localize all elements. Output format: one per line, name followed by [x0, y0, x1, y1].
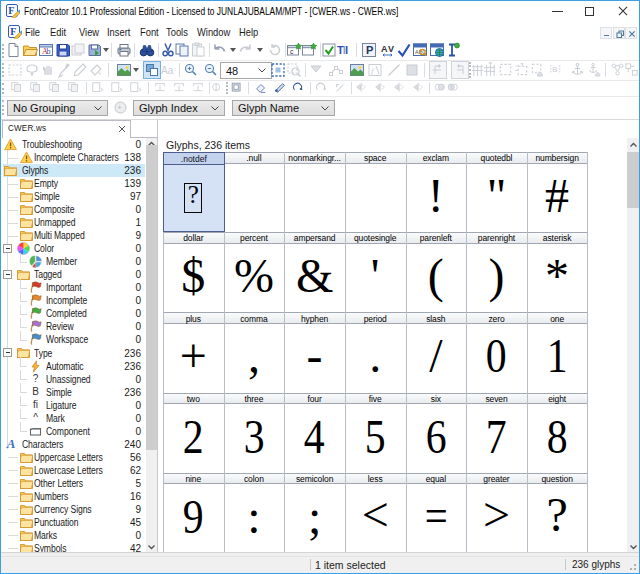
svg-text:T: T — [337, 44, 344, 56]
svg-text:V: V — [388, 44, 394, 54]
svg-text:Aa: Aa — [161, 65, 174, 76]
svg-text:B: B — [552, 65, 557, 74]
svg-text:T: T — [521, 63, 524, 68]
svg-text:c: c — [290, 48, 294, 55]
svg-text:P: P — [366, 44, 373, 56]
svg-text:b: b — [47, 47, 51, 56]
svg-text:F: F — [8, 5, 14, 16]
svg-text:+: + — [118, 104, 122, 111]
svg-text:F: F — [10, 26, 16, 37]
svg-text:I: I — [345, 44, 348, 56]
svg-text:A: A — [381, 44, 388, 54]
